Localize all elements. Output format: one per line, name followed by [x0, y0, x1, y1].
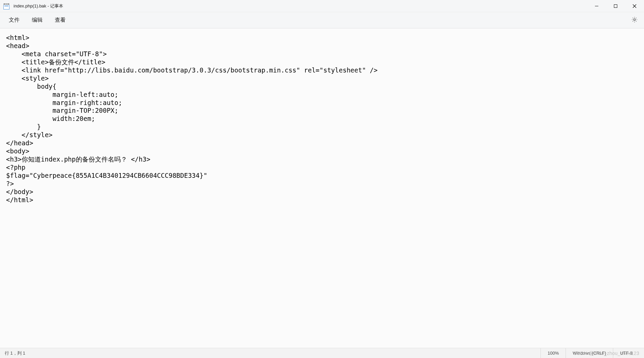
svg-rect-1 [614, 4, 617, 7]
menu-file[interactable]: 文件 [3, 14, 26, 26]
status-cursor-position: 行 1，列 1 [5, 350, 25, 356]
window-controls [587, 0, 644, 12]
status-line-ending[interactable]: Windows (CRLF) [566, 348, 613, 358]
svg-point-4 [634, 19, 635, 20]
notepad-icon [3, 3, 9, 9]
gear-icon [631, 18, 638, 24]
settings-button[interactable] [628, 14, 641, 26]
maximize-button[interactable] [606, 0, 625, 12]
window-title: index.php(1).bak - 记事本 [14, 3, 63, 9]
menu-edit[interactable]: 编辑 [26, 14, 49, 26]
minimize-button[interactable] [587, 0, 606, 12]
status-zoom[interactable]: 100% [540, 348, 566, 358]
menu-view[interactable]: 查看 [49, 14, 72, 26]
notepad-window: index.php(1).bak - 记事本 文件 编辑 查看 [0, 0, 644, 358]
text-editor[interactable]: <html> <head> <meta charset="UTF-8"> <ti… [0, 28, 644, 348]
statusbar: 行 1，列 1 100% Windows (CRLF) UTF-8 CSDN @… [0, 348, 644, 358]
close-button[interactable] [625, 0, 644, 12]
status-encoding[interactable]: UTF-8 [613, 348, 639, 358]
titlebar[interactable]: index.php(1).bak - 记事本 [0, 0, 644, 12]
menubar: 文件 编辑 查看 [0, 12, 644, 28]
